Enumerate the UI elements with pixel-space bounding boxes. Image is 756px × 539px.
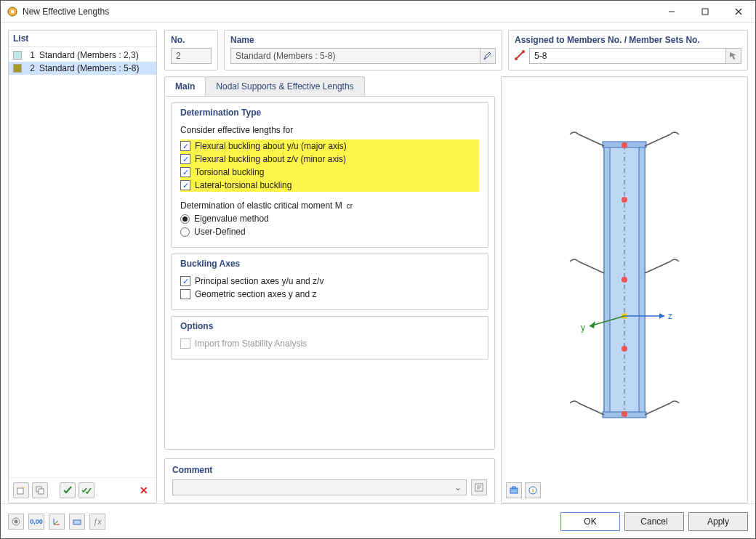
units-button[interactable]: 0,00 — [28, 514, 44, 530]
member-icon — [515, 50, 526, 62]
checkbox-principal-axes[interactable] — [180, 276, 190, 286]
preview-view-button[interactable] — [506, 482, 522, 498]
dialog-window: New Effective Lengths List 1 Standard (M… — [0, 0, 756, 539]
color-swatch — [13, 64, 22, 73]
name-field-group: Name — [224, 30, 502, 70]
list-toolbar: ✕ — [9, 477, 156, 503]
svg-point-24 — [622, 277, 627, 283]
pick-members-button[interactable] — [725, 48, 741, 64]
checkbox-label: Lateral-torsional buckling — [195, 180, 291, 190]
chevron-down-icon: ⌄ — [454, 482, 462, 493]
list-body: 1 Standard (Members : 2,3) 2 Standard (M… — [9, 47, 156, 477]
tab-main[interactable]: Main — [164, 76, 206, 96]
render-button[interactable] — [69, 514, 85, 530]
minimize-button[interactable] — [655, 1, 688, 23]
tab-nodal-supports[interactable]: Nodal Supports & Effective Lengths — [205, 76, 364, 96]
checkbox-flexural-z[interactable] — [180, 154, 190, 164]
check-single-button[interactable] — [60, 482, 76, 498]
svg-rect-43 — [73, 520, 81, 524]
radio-user-defined[interactable] — [180, 227, 190, 237]
delete-item-button[interactable]: ✕ — [136, 482, 152, 498]
svg-text:i: i — [532, 487, 534, 494]
copy-item-button[interactable] — [32, 482, 48, 498]
member-preview-graphic: z y — [530, 109, 719, 450]
app-icon — [7, 6, 18, 17]
assigned-field-group: Assigned to Members No. / Member Sets No… — [508, 30, 748, 70]
list-panel: List 1 Standard (Members : 2,3) 2 Standa… — [8, 30, 157, 503]
comment-edit-button[interactable] — [471, 479, 487, 495]
svg-point-25 — [622, 346, 627, 352]
svg-rect-35 — [512, 487, 515, 489]
svg-rect-3 — [702, 9, 708, 15]
tab-content: Determination Type Consider effective le… — [164, 96, 495, 450]
main-area: No. Name Assigned to Members No. / Membe… — [164, 30, 748, 503]
preview-canvas[interactable]: z y — [506, 81, 743, 478]
determination-type-group: Determination Type Consider effective le… — [171, 102, 488, 248]
svg-point-23 — [622, 197, 627, 203]
assigned-input[interactable] — [529, 48, 741, 64]
mcr-label: Determination of elastic critical moment… — [180, 199, 479, 212]
bottom-bar: 0,00 ƒx OK Cancel Apply — [1, 503, 755, 538]
name-label: Name — [230, 35, 496, 45]
svg-point-11 — [522, 50, 525, 53]
checkbox-ltb[interactable] — [180, 180, 190, 190]
svg-text:z: z — [668, 311, 672, 321]
checkbox-label: Flexural buckling about z/v (minor axis) — [195, 154, 346, 164]
group-title: Buckling Axes — [180, 259, 479, 269]
list-header: List — [9, 31, 156, 47]
radio-label: Eigenvalue method — [194, 214, 269, 224]
name-input[interactable] — [230, 48, 496, 64]
svg-rect-8 — [39, 489, 44, 494]
list-item[interactable]: 2 Standard (Members : 5-8) — [9, 62, 156, 75]
checkbox-label: Torsional buckling — [195, 167, 264, 177]
preview-panel: z y — [501, 76, 748, 503]
no-input[interactable] — [171, 48, 212, 64]
no-label: No. — [171, 35, 212, 45]
new-item-button[interactable] — [13, 482, 29, 498]
check-all-button[interactable] — [79, 482, 94, 498]
list-item-label: Standard (Members : 5-8) — [39, 63, 139, 73]
checkbox-torsional[interactable] — [180, 167, 190, 177]
svg-point-26 — [622, 411, 627, 417]
group-title: Options — [180, 321, 479, 331]
help-button[interactable] — [8, 514, 24, 530]
comment-group: Comment ⌄ — [164, 458, 495, 503]
checkbox-label: Principal section axes y/u and z/v — [195, 276, 323, 286]
svg-line-42 — [54, 521, 58, 524]
function-button[interactable]: ƒx — [89, 514, 105, 530]
checkbox-label: Flexural buckling about y/u (major axis) — [195, 141, 347, 151]
list-item-label: Standard (Members : 2,3) — [39, 50, 139, 60]
options-group: Options Import from Stability Analysis — [171, 316, 488, 360]
svg-marker-29 — [659, 313, 664, 319]
preview-info-button[interactable]: i — [525, 482, 541, 498]
group-title: Determination Type — [180, 108, 479, 118]
radio-eigenvalue[interactable] — [180, 214, 190, 224]
maximize-button[interactable] — [688, 1, 722, 23]
checkbox-geometric-axes[interactable] — [180, 289, 190, 299]
svg-point-22 — [622, 142, 627, 148]
axis-button[interactable] — [49, 514, 65, 530]
assigned-label: Assigned to Members No. / Member Sets No… — [515, 35, 741, 45]
apply-button[interactable]: Apply — [688, 512, 748, 531]
svg-point-10 — [515, 57, 518, 60]
radio-label: User-Defined — [194, 227, 246, 237]
svg-point-1 — [11, 9, 15, 13]
list-item[interactable]: 1 Standard (Members : 2,3) — [9, 49, 156, 62]
checkbox-label: Geometric section axes y and z — [195, 289, 316, 299]
checkbox-label: Import from Stability Analysis — [195, 339, 307, 349]
svg-rect-17 — [604, 145, 610, 414]
consider-label: Consider effective lengths for — [180, 123, 479, 137]
svg-rect-18 — [639, 145, 645, 414]
checkbox-flexural-y[interactable] — [180, 141, 190, 151]
cancel-button[interactable]: Cancel — [624, 512, 684, 531]
color-swatch — [13, 51, 22, 60]
svg-marker-32 — [590, 321, 595, 328]
ok-button[interactable]: OK — [560, 512, 620, 531]
title-bar: New Effective Lengths — [1, 1, 755, 23]
close-button[interactable] — [722, 1, 755, 23]
comment-combo[interactable]: ⌄ — [172, 479, 467, 495]
svg-line-9 — [516, 52, 523, 59]
tab-bar: Main Nodal Supports & Effective Lengths — [164, 76, 495, 96]
preview-toolbar: i — [506, 478, 743, 498]
edit-name-button[interactable] — [480, 48, 496, 64]
